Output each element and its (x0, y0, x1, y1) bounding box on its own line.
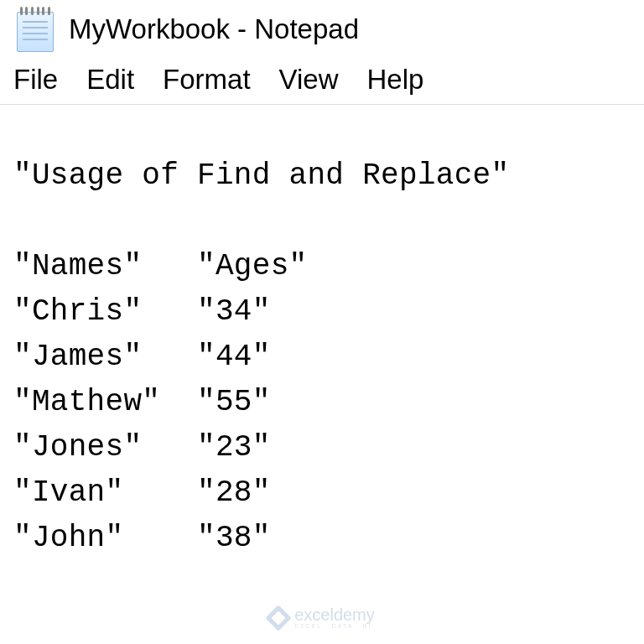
doc-line: "Chris" "34" (13, 294, 271, 329)
notepad-app-icon (17, 7, 54, 52)
watermark-text: exceldemy EXCEL · DATA · BI (294, 606, 375, 629)
doc-line: "Jones" "23" (13, 430, 271, 465)
doc-line: "James" "44" (13, 340, 271, 374)
window-titlebar: MyWorkbook - Notepad (0, 0, 644, 59)
menu-format[interactable]: Format (163, 64, 251, 96)
menu-edit[interactable]: Edit (86, 64, 134, 96)
doc-line: "Usage of Find and Replace" (13, 158, 509, 193)
menu-help[interactable]: Help (367, 64, 424, 96)
watermark: exceldemy EXCEL · DATA · BI (0, 606, 644, 629)
text-editor-area[interactable]: "Usage of Find and Replace" "Names" "Age… (0, 105, 644, 561)
doc-line: "Mathew" "55" (13, 385, 271, 419)
watermark-logo-icon (266, 605, 292, 631)
watermark-brand: exceldemy (294, 605, 375, 624)
menu-view[interactable]: View (279, 64, 339, 96)
menu-bar: File Edit Format View Help (0, 59, 644, 105)
doc-line: "Names" "Ages" (13, 249, 307, 283)
menu-file[interactable]: File (13, 64, 58, 96)
watermark-tagline: EXCEL · DATA · BI (294, 623, 375, 629)
doc-line: "Ivan" "28" (13, 475, 271, 510)
window-title: MyWorkbook - Notepad (69, 13, 359, 45)
doc-line: "John" "38" (13, 521, 271, 555)
